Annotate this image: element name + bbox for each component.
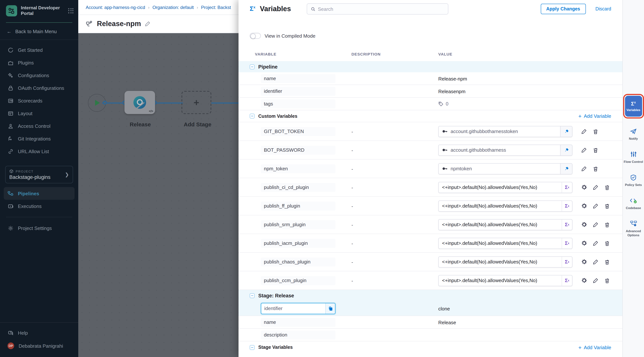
collapse-icon[interactable]: − [250, 345, 254, 350]
help-button[interactable]: Help [0, 326, 78, 339]
expression-input[interactable]: <+input>.default(No).allowedValues(Yes,N… [438, 182, 572, 193]
sidebar-item-executions[interactable]: Executions [0, 200, 78, 212]
variable-name: publish_ccm_plugin [261, 276, 336, 285]
expression-type-button[interactable]: Σx [562, 219, 572, 230]
breadcrumb-org[interactable]: Organization: default [152, 5, 194, 10]
delete-variable-icon[interactable] [604, 184, 610, 190]
col-variable: VARIABLE [255, 52, 352, 56]
collapse-icon[interactable]: − [250, 114, 254, 118]
idp-logo-icon[interactable] [6, 5, 17, 16]
project-selector[interactable]: PROJECT Backstage-plugins ❯ [5, 166, 73, 183]
variable-settings-icon[interactable] [581, 202, 587, 209]
rail-tab-codebase[interactable]: Codebase [626, 197, 641, 210]
table-row: publish_ccm_plugin - <+input>.default(No… [238, 271, 622, 290]
add-variable-button[interactable]: +Add Variable [578, 344, 612, 350]
pin-button[interactable] [560, 164, 572, 174]
table-row: publish_ci_cd_plugin - <+input>.default(… [238, 178, 622, 197]
rail-tab-variables[interactable]: Σx Variables [625, 96, 642, 117]
variable-settings-icon[interactable] [581, 277, 587, 284]
add-variable-button[interactable]: +Add Variable [578, 113, 612, 119]
sidebar-item-git-integrations[interactable]: Git Integrations [0, 132, 78, 145]
expression-type-button[interactable]: Σx [562, 238, 572, 248]
sidebar-item-configurations[interactable]: Configurations [0, 69, 78, 82]
add-stage-label: Add Stage [184, 121, 211, 128]
expression-input[interactable]: <+input>.default(No).allowedValues(Yes,N… [438, 200, 572, 212]
stage-label: Release [130, 121, 151, 128]
module-grid-icon[interactable] [68, 8, 74, 14]
delete-variable-icon[interactable] [604, 258, 610, 265]
variable-settings-icon[interactable] [581, 184, 587, 190]
delete-variable-icon[interactable] [592, 128, 599, 135]
edit-pencil-icon[interactable] [145, 21, 151, 27]
expression-input[interactable]: <+input>.default(No).allowedValues(Yes,N… [438, 219, 572, 230]
stage-node-release[interactable]: </> [124, 91, 155, 114]
edit-variable-icon[interactable] [592, 184, 599, 190]
sidebar-item-layout[interactable]: Layout [0, 107, 78, 120]
col-description: DESCRIPTION [352, 52, 438, 56]
secret-field[interactable]: npmtoken [438, 163, 572, 174]
secret-field[interactable]: account.githubbotharnesstoken [438, 126, 572, 137]
sidebar-item-url-allow-list[interactable]: URL Allow List [0, 145, 78, 158]
delete-variable-icon[interactable] [592, 165, 599, 172]
sidebar-item-oauth-configurations[interactable]: OAuth Configurations [0, 82, 78, 94]
sidebar-item-plugins[interactable]: Plugins [0, 56, 78, 69]
sidebar-item-get-started[interactable]: Get Started [0, 44, 78, 56]
edit-variable-icon[interactable] [592, 258, 599, 265]
stage-identifier-input[interactable]: identifier [261, 303, 336, 314]
variable-settings-icon[interactable] [581, 258, 587, 265]
edit-variable-icon[interactable] [581, 165, 587, 172]
breadcrumb-project[interactable]: Project: Backst [201, 5, 231, 10]
collapse-icon[interactable]: − [250, 64, 254, 69]
compiled-mode-row: View in Compiled Mode [238, 33, 622, 39]
add-stage-button[interactable]: + [182, 91, 211, 114]
variable-name: GIT_BOT_TOKEN [261, 127, 336, 136]
table-row: publish_iacm_plugin - <+input>.default(N… [238, 234, 622, 253]
sidebar-item-scorecards[interactable]: Scorecards [0, 94, 78, 107]
breadcrumb-separator: › [197, 5, 198, 10]
edit-variable-icon[interactable] [592, 277, 599, 284]
delete-variable-icon[interactable] [604, 221, 610, 228]
expression-type-button[interactable]: Σx [562, 182, 572, 192]
apply-changes-button[interactable]: Apply Changes [540, 4, 586, 14]
secret-field[interactable]: account.githubbotharness [438, 144, 572, 156]
variable-settings-icon[interactable] [581, 240, 587, 246]
user-menu[interactable]: DP Debabrata Panigrahi [0, 339, 78, 352]
collapse-icon[interactable]: − [250, 293, 254, 298]
expression-input[interactable]: <+input>.default(No).allowedValues(Yes,N… [438, 275, 572, 286]
expression-input[interactable]: <+input>.default(No).allowedValues(Yes,N… [438, 238, 572, 249]
edit-variable-icon[interactable] [592, 221, 599, 228]
search-input[interactable] [318, 6, 444, 12]
sidebar-header: Internal Developer Portal [0, 0, 78, 21]
expression-type-button[interactable]: Σx [562, 256, 572, 267]
expression-type-button[interactable]: Σx [562, 201, 572, 211]
sidebar-item-project-settings[interactable]: Project Settings [0, 222, 78, 234]
pin-icon [564, 166, 569, 171]
variable-name: name [261, 74, 336, 83]
delete-variable-icon[interactable] [604, 240, 610, 246]
discard-button[interactable]: Discard [595, 6, 611, 12]
rail-tab-policy-sets[interactable]: Policy Sets [625, 174, 642, 187]
delete-variable-icon[interactable] [604, 277, 610, 284]
sidebar-item-pipelines[interactable]: Pipelines [4, 187, 74, 200]
chevron-right-icon: ❯ [65, 172, 69, 178]
copy-button[interactable] [325, 303, 335, 314]
rail-tab-notify[interactable]: Notify [629, 128, 638, 141]
expression-input[interactable]: <+input>.default(No).allowedValues(Yes,N… [438, 256, 572, 268]
delete-variable-icon[interactable] [604, 202, 610, 209]
breadcrumb-account[interactable]: Account: app-harness-ng-cicd [86, 5, 145, 10]
edit-variable-icon[interactable] [581, 128, 587, 135]
tag-icon [438, 101, 444, 106]
edit-variable-icon[interactable] [592, 240, 599, 246]
delete-variable-icon[interactable] [592, 147, 599, 153]
variable-settings-icon[interactable] [581, 221, 587, 228]
rail-tab-advanced-options[interactable]: Advanced Options [623, 220, 644, 238]
compiled-mode-toggle[interactable] [250, 33, 261, 39]
back-to-main-menu[interactable]: ← Back to Main Menu [0, 23, 78, 40]
sidebar-item-access-control[interactable]: Access Control [0, 120, 78, 132]
edit-variable-icon[interactable] [581, 147, 587, 153]
pin-button[interactable] [560, 145, 572, 155]
pin-button[interactable] [560, 126, 572, 136]
expression-type-button[interactable]: Σx [562, 275, 572, 286]
edit-variable-icon[interactable] [592, 202, 599, 209]
rail-tab-flow-control[interactable]: Flow Control [624, 150, 643, 164]
